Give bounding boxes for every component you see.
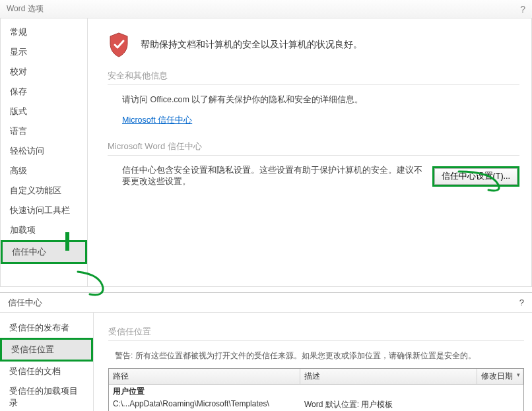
sidebar-item[interactable]: 快速访问工具栏 [1,201,87,220]
col-date[interactable]: 修改日期 [477,369,523,384]
divider [108,84,519,85]
trust-center-content: 受信任位置 警告: 所有这些位置都被视为打开文件的受信任来源。如果您更改或添加位… [94,313,532,411]
cell-desc: Word 默认位置: 用户模板 [300,398,523,411]
group-user-locations: 用户位置 [109,385,523,398]
sidebar-item[interactable]: 保存 [1,82,87,102]
sidebar-item[interactable]: 显示 [1,42,87,62]
sidebar-item[interactable]: 高级 [1,161,87,181]
trusted-locations-heading: 受信任位置 [108,326,524,338]
sidebar-item[interactable]: 受信任的加载项目录 [0,381,93,411]
col-desc[interactable]: 描述 [300,369,477,384]
sidebar-item[interactable]: 信任中心 [3,242,85,262]
sidebar-item[interactable]: 常规 [1,22,87,42]
help-icon[interactable]: ? [520,4,525,15]
annotation-highlight: 信任中心 [1,240,87,264]
section-tc-title: Microsoft Word 信任中心 [108,141,519,152]
col-path[interactable]: 路径 [109,369,300,384]
section-tc-text: 信任中心包含安全设置和隐私设置。这些设置有助于保护计算机的安全。建议不要更改这些… [108,165,424,187]
cell-path: C:\...AppData\Roaming\Microsoft\Template… [109,398,300,411]
sidebar-item[interactable]: 受信任位置 [2,340,91,360]
section-security-title: 安全和其他信息 [108,70,519,82]
options-sidebar: 常规显示校对保存版式语言轻松访问高级自定义功能区快速访问工具栏加载项信任中心 [1,18,88,286]
sidebar-item[interactable]: 受信任的发布者 [0,318,93,338]
section-security-text: 请访问 Office.com 以了解有关保护你的隐私和安全的详细信息。 [122,94,519,106]
shield-icon [108,32,130,58]
sidebar-item[interactable]: 语言 [1,121,87,141]
hero-text: 帮助保持文档和计算机的安全以及计算机的状况良好。 [141,39,362,51]
help-icon[interactable]: ? [519,298,524,307]
sidebar-item[interactable]: 加载项 [1,220,87,240]
table-header: 路径 描述 修改日期 [109,369,523,385]
trusted-locations-table: 路径 描述 修改日期 用户位置 C:\...AppData\Roaming\Mi… [108,368,524,411]
divider [108,155,519,156]
annotation-mark [65,232,69,251]
trusted-locations-warning: 警告: 所有这些位置都被视为打开文件的受信任来源。如果您更改或添加位置，请确保新… [115,350,524,362]
sidebar-item[interactable]: 轻松访问 [1,141,87,161]
table-row[interactable]: C:\...AppData\Roaming\Microsoft\Template… [109,398,523,411]
sidebar-item[interactable]: 校对 [1,62,87,82]
annotation-highlight: 信任中心设置(T)... [432,166,519,187]
window-title: Word 选项 [7,3,44,15]
annotation-highlight: 受信任位置 [0,338,93,362]
trust-center-link[interactable]: Microsoft 信任中心 [122,115,192,126]
trust-center-settings-button[interactable]: 信任中心设置(T)... [434,168,517,185]
trust-center-window-title: 信任中心 [8,297,42,309]
sidebar-item[interactable]: 自定义功能区 [1,181,87,201]
trust-center-sidebar: 受信任的发布者受信任位置受信任的文档受信任的加载项目录加载项ActiveX 设置… [0,313,94,411]
options-content: 帮助保持文档和计算机的安全以及计算机的状况良好。 安全和其他信息 请访问 Off… [88,18,531,286]
sidebar-item[interactable]: 受信任的文档 [0,362,93,381]
divider [108,340,524,341]
sidebar-item[interactable]: 版式 [1,102,87,121]
